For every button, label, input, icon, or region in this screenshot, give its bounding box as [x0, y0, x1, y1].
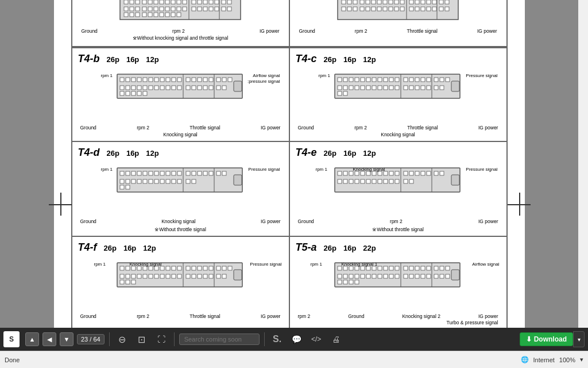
- svg-rect-287: [120, 280, 124, 284]
- scribd-s-button[interactable]: S.: [269, 331, 285, 347]
- embed-button[interactable]: </>: [308, 331, 324, 347]
- search-input[interactable]: [179, 334, 260, 345]
- svg-rect-94: [149, 78, 153, 82]
- pin-12-t4c: 12p: [363, 55, 376, 64]
- sig-rpm1-t5a: rpm 1: [311, 262, 322, 267]
- cell-t4-c: T4-c 26p 16p 12p rpm 1 Pressure signal: [289, 48, 507, 141]
- pin-16-t4e: 16p: [343, 149, 356, 158]
- svg-rect-191: [198, 171, 202, 175]
- pin-12-t4f: 12p: [143, 244, 156, 252]
- svg-rect-151: [434, 78, 438, 82]
- cell-header-t4-b: T4-b 26p 16p 12p: [78, 53, 283, 65]
- svg-rect-308: [421, 266, 425, 270]
- connector-t4-c: [332, 73, 464, 105]
- svg-rect-130: [143, 91, 147, 95]
- sig-pressure-t4c: Pressure signal: [466, 73, 497, 78]
- svg-rect-78: [400, 7, 404, 11]
- svg-rect-205: [172, 179, 176, 183]
- svg-rect-15: [209, 0, 213, 4]
- svg-rect-317: [361, 274, 365, 278]
- status-right: 🌐 Internet 100% ▾: [521, 356, 583, 363]
- svg-rect-33: [209, 7, 213, 11]
- svg-rect-265: [209, 266, 213, 270]
- svg-rect-210: [126, 185, 130, 189]
- sig-knocking-t4e: Knocking signal: [353, 167, 385, 172]
- svg-rect-328: [427, 274, 431, 278]
- upload-button[interactable]: ▲: [25, 332, 39, 346]
- svg-rect-267: [222, 266, 226, 270]
- svg-rect-325: [409, 274, 413, 278]
- svg-rect-50: [342, 0, 346, 4]
- page-indicator[interactable]: 23 / 64: [77, 334, 105, 344]
- svg-rect-225: [395, 171, 399, 175]
- svg-rect-279: [177, 274, 181, 278]
- svg-rect-286: [222, 274, 226, 278]
- svg-rect-215: [338, 171, 342, 175]
- print-button[interactable]: 🖨: [328, 331, 344, 347]
- label-ig-power: IG power: [260, 28, 280, 34]
- fit-icon: ⊡: [138, 334, 145, 345]
- bottom-labels-t4-c: Ground rpm 2 Throttle signal IG power: [296, 125, 501, 131]
- svg-rect-73: [372, 7, 376, 11]
- svg-rect-17: [222, 0, 226, 4]
- svg-rect-119: [186, 86, 190, 90]
- svg-rect-278: [172, 274, 176, 278]
- svg-rect-40: [142, 13, 146, 17]
- diagram-t4-f: rpm 1 Knocking signal Pressure signal: [78, 262, 283, 313]
- label-ground-t4c: Ground: [298, 125, 314, 131]
- svg-rect-14: [203, 0, 207, 4]
- cell-label-t4-c: T4-c: [296, 53, 317, 65]
- fullscreen-button[interactable]: ⛶: [153, 331, 169, 347]
- svg-rect-46: [177, 13, 181, 17]
- svg-rect-272: [137, 274, 141, 278]
- page-wrapper: Ground rpm 2 IG power ※Without knocking …: [0, 0, 578, 345]
- zoom-out-button[interactable]: ⊖: [114, 331, 130, 347]
- document-page: Ground rpm 2 IG power ※Without knocking …: [54, 0, 525, 334]
- svg-rect-185: [160, 171, 164, 175]
- pin-16-t5a: 16p: [343, 244, 356, 252]
- svg-rect-324: [404, 274, 408, 278]
- svg-rect-23: [148, 7, 152, 11]
- download-menu-button[interactable]: ▾: [573, 331, 585, 347]
- comment-icon: 💬: [292, 335, 301, 344]
- cell-label-t5-a: T5-a: [296, 241, 317, 254]
- svg-rect-45: [171, 13, 175, 17]
- download-nav-button[interactable]: ▼: [60, 332, 74, 346]
- svg-rect-243: [395, 179, 399, 183]
- fit-page-button[interactable]: ⊡: [134, 331, 150, 347]
- svg-rect-258: [166, 266, 170, 270]
- svg-rect-35: [222, 7, 226, 11]
- cell-label-t4-b: T4-b: [78, 53, 100, 65]
- svg-rect-97: [166, 78, 170, 82]
- svg-rect-111: [137, 86, 141, 90]
- cell-t5-a: T5-a 26p 16p 22p rpm 1 Knocking signal 1…: [289, 236, 507, 329]
- svg-rect-39: [136, 13, 140, 17]
- sig-airflow-t5a: Airflow signal: [472, 262, 499, 267]
- svg-rect-311: [440, 266, 444, 270]
- svg-rect-288: [126, 280, 130, 284]
- svg-rect-309: [427, 266, 431, 270]
- svg-rect-10: [177, 0, 181, 4]
- svg-rect-149: [421, 78, 425, 82]
- download-button[interactable]: ⬇ Download: [520, 332, 573, 346]
- pin-26-t4c: 26p: [324, 55, 336, 64]
- label-ground-t4b: Ground: [80, 125, 96, 131]
- comment-button[interactable]: 💬: [289, 331, 305, 347]
- sig-knocking-t4f: Knocking signal: [130, 262, 162, 267]
- status-done-text: Done: [5, 356, 20, 363]
- label-ground-t4d: Ground: [80, 218, 96, 224]
- svg-rect-99: [177, 78, 181, 82]
- svg-rect-332: [338, 280, 342, 284]
- main-grid: T4-b 26p 16p 12p rpm 1 Airflow signal:pr…: [71, 47, 508, 330]
- svg-rect-31: [198, 7, 202, 11]
- back-button[interactable]: ◀: [42, 332, 56, 346]
- pin-12-t4e: 12p: [363, 149, 376, 158]
- svg-rect-219: [361, 171, 365, 175]
- svg-rect-9: [171, 0, 175, 4]
- cell-header-t4-e: T4-e 26p 16p 12p: [296, 147, 501, 159]
- svg-rect-168: [421, 86, 425, 90]
- svg-rect-29: [183, 7, 187, 11]
- svg-rect-184: [154, 171, 158, 175]
- svg-rect-69: [347, 7, 351, 11]
- svg-rect-221: [372, 171, 376, 175]
